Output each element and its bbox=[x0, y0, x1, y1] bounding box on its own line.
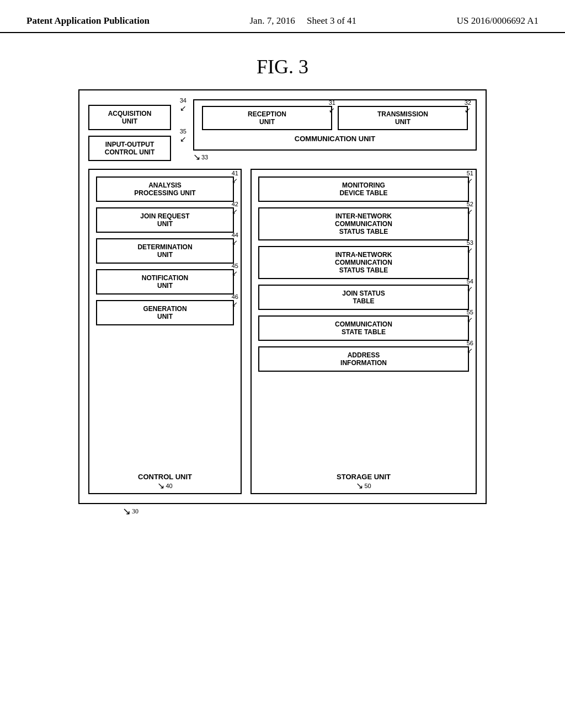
storage-unit-panel: 51↙ MONITORINGDEVICE TABLE 52↙ INTER-NET… bbox=[250, 169, 477, 494]
acquisition-unit-box: ACQUISITION UNIT bbox=[88, 105, 171, 130]
join-request-unit-box: JOIN REQUESTUNIT bbox=[96, 207, 234, 233]
address-info-box: ADDRESSINFORMATION bbox=[258, 346, 469, 372]
comm-state-ref: 55↙ bbox=[467, 309, 473, 324]
storage-unit-ref: ↘ 50 bbox=[356, 480, 371, 491]
reception-unit-wrapper: 31↙ RECEPTION UNIT bbox=[202, 106, 332, 130]
monitoring-device-wrapper: 51↙ MONITORINGDEVICE TABLE bbox=[258, 176, 469, 202]
io-unit-wrapper: 35↙ INPUT-OUTPUT CONTROL UNIT bbox=[88, 136, 182, 161]
generation-ref: 46↙ bbox=[232, 293, 238, 308]
communication-unit-outer: 31↙ RECEPTION UNIT 32↙ TRANSMISSION UNIT bbox=[193, 99, 477, 162]
page-header: Patent Application Publication Jan. 7, 2… bbox=[0, 0, 565, 33]
determination-unit-box: DETERMINATIONUNIT bbox=[96, 238, 234, 264]
bottom-region: 41↙ ANALYSISPROCESSING UNIT 42↙ JOIN REQ… bbox=[88, 169, 477, 494]
inter-network-box: INTER-NETWORKCOMMUNICATIONSTATUS TABLE bbox=[258, 207, 469, 240]
top-region: 34↙ ACQUISITION UNIT 35↙ INPUT-OUTPUT CO… bbox=[88, 99, 477, 162]
generation-unit-wrapper: 46↙ GENERATIONUNIT bbox=[96, 300, 234, 325]
header-right: US 2016/0006692 A1 bbox=[457, 15, 539, 26]
join-status-box: JOIN STATUSTABLE bbox=[258, 285, 469, 310]
header-sheet: Sheet 3 of 41 bbox=[307, 15, 356, 26]
inter-network-wrapper: 52↙ INTER-NETWORKCOMMUNICATIONSTATUS TAB… bbox=[258, 207, 469, 240]
io-ref: 35↙ bbox=[180, 128, 186, 143]
outer-ref-wrapper: ↘ 30 bbox=[0, 505, 565, 517]
monitoring-ref: 51↙ bbox=[467, 170, 473, 185]
io-unit-box: INPUT-OUTPUT CONTROL UNIT bbox=[88, 136, 171, 161]
reception-unit-box: RECEPTION UNIT bbox=[202, 106, 332, 130]
acquisition-unit-wrapper: 34↙ ACQUISITION UNIT bbox=[88, 105, 182, 130]
transmission-unit-box: TRANSMISSION UNIT bbox=[338, 106, 468, 130]
comm-state-wrapper: 55↙ COMMUNICATIONSTATE TABLE bbox=[258, 315, 469, 341]
analysis-unit-box: ANALYSISPROCESSING UNIT bbox=[96, 176, 234, 202]
control-unit-ref: ↘ 40 bbox=[157, 480, 172, 491]
comm-inner-row: 31↙ RECEPTION UNIT 32↙ TRANSMISSION UNIT bbox=[202, 106, 468, 130]
communication-unit-box: 31↙ RECEPTION UNIT 32↙ TRANSMISSION UNIT bbox=[193, 99, 477, 151]
control-unit-label: CONTROL UNIT bbox=[89, 473, 241, 481]
comm-ref: ↘ 33 bbox=[193, 152, 477, 162]
join-status-ref: 54↙ bbox=[467, 278, 473, 293]
outer-ref: ↘ 30 bbox=[78, 505, 487, 517]
join-request-unit-wrapper: 42↙ JOIN REQUESTUNIT bbox=[96, 207, 234, 233]
comm-state-box: COMMUNICATIONSTATE TABLE bbox=[258, 315, 469, 341]
inter-network-ref: 52↙ bbox=[467, 201, 473, 216]
storage-unit-label: STORAGE UNIT bbox=[252, 473, 476, 481]
generation-unit-box: GENERATIONUNIT bbox=[96, 300, 234, 325]
address-info-wrapper: 56↙ ADDRESSINFORMATION bbox=[258, 346, 469, 372]
join-request-ref: 42↙ bbox=[232, 201, 238, 216]
notification-ref: 45↙ bbox=[232, 263, 238, 277]
diagram-outer: 34↙ ACQUISITION UNIT 35↙ INPUT-OUTPUT CO… bbox=[78, 89, 487, 504]
top-left-items: 34↙ ACQUISITION UNIT 35↙ INPUT-OUTPUT CO… bbox=[88, 105, 182, 161]
transmission-ref: 32↙ bbox=[465, 99, 471, 114]
analysis-unit-wrapper: 41↙ ANALYSISPROCESSING UNIT bbox=[96, 176, 234, 202]
comm-unit-label: COMMUNICATION UNIT bbox=[202, 135, 468, 143]
figure-title: FIG. 3 bbox=[0, 55, 565, 78]
intra-network-ref: 53↙ bbox=[467, 239, 473, 254]
header-left: Patent Application Publication bbox=[26, 15, 150, 26]
control-unit-panel: 41↙ ANALYSISPROCESSING UNIT 42↙ JOIN REQ… bbox=[88, 169, 242, 494]
intra-network-box: INTRA-NETWORKCOMMUNICATIONSTATUS TABLE bbox=[258, 246, 469, 279]
transmission-unit-wrapper: 32↙ TRANSMISSION UNIT bbox=[338, 106, 468, 130]
address-info-ref: 56↙ bbox=[467, 340, 473, 355]
join-status-wrapper: 54↙ JOIN STATUSTABLE bbox=[258, 285, 469, 310]
reception-ref: 31↙ bbox=[329, 99, 335, 114]
monitoring-device-box: MONITORINGDEVICE TABLE bbox=[258, 176, 469, 202]
diagram-wrapper: 34↙ ACQUISITION UNIT 35↙ INPUT-OUTPUT CO… bbox=[0, 89, 565, 504]
determination-ref: 44↙ bbox=[232, 232, 238, 247]
header-date: Jan. 7, 2016 bbox=[250, 15, 295, 26]
header-center: Jan. 7, 2016 Sheet 3 of 41 bbox=[250, 15, 357, 26]
notification-unit-box: NOTIFICATIONUNIT bbox=[96, 269, 234, 295]
notification-unit-wrapper: 45↙ NOTIFICATIONUNIT bbox=[96, 269, 234, 295]
acq-ref: 34↙ bbox=[180, 97, 186, 113]
analysis-ref: 41↙ bbox=[232, 170, 238, 185]
intra-network-wrapper: 53↙ INTRA-NETWORKCOMMUNICATIONSTATUS TAB… bbox=[258, 246, 469, 279]
determination-unit-wrapper: 44↙ DETERMINATIONUNIT bbox=[96, 238, 234, 264]
